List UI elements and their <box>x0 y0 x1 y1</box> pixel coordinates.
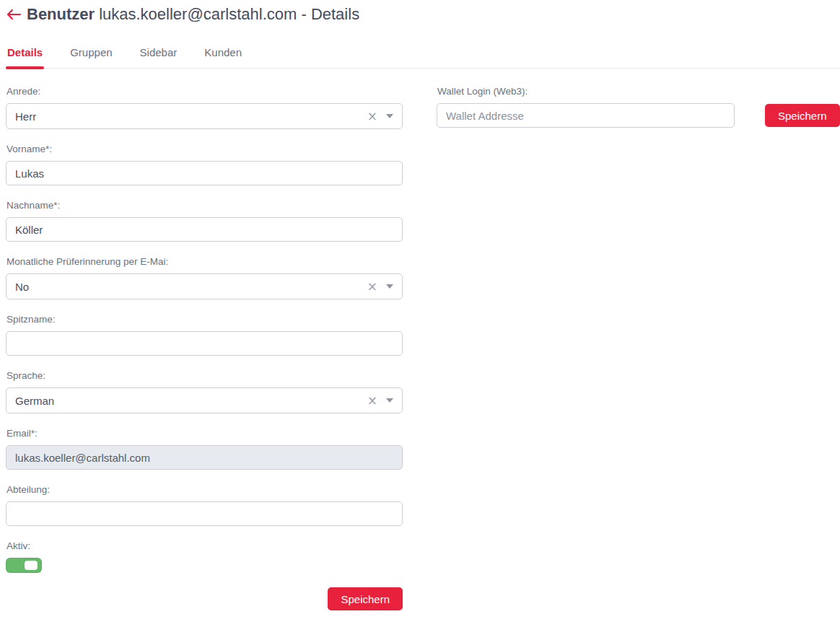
toggle-knob <box>25 561 38 570</box>
anrede-select[interactable]: Herr × <box>6 103 403 129</box>
page-title-prefix: Benutzer <box>27 5 95 23</box>
page-title: Benutzerlukas.koeller@carlstahl.com - De… <box>27 5 359 24</box>
field-nachname: Nachname*: <box>6 200 403 242</box>
field-wallet: Wallet Login (Web3): Speichern <box>437 86 840 128</box>
clear-icon[interactable]: × <box>367 395 377 407</box>
nachname-input[interactable] <box>6 217 403 242</box>
clear-icon[interactable]: × <box>367 281 377 293</box>
wallet-address-input[interactable] <box>437 103 735 128</box>
vorname-label: Vorname*: <box>6 144 403 154</box>
wallet-label: Wallet Login (Web3): <box>437 86 840 97</box>
field-anrede: Anrede: Herr × <box>6 86 403 129</box>
back-arrow-icon <box>6 8 22 21</box>
tab-gruppen[interactable]: Gruppen <box>69 40 113 68</box>
aktiv-label: Aktiv: <box>6 540 403 551</box>
chevron-down-icon[interactable] <box>386 114 393 118</box>
field-pruef-erinnerung: Monatliche Prüferinnerung per E-Mai: No … <box>6 256 403 299</box>
pruef-erinnerung-select[interactable]: No × <box>6 273 403 299</box>
field-email: Email*: <box>6 428 403 470</box>
sprache-label: Sprache: <box>6 370 403 381</box>
vorname-input[interactable] <box>6 161 403 185</box>
field-spitzname: Spitzname: <box>6 314 403 356</box>
anrede-select-value: Herr <box>15 110 36 123</box>
page-header: Benutzerlukas.koeller@carlstahl.com - De… <box>0 0 840 25</box>
right-column: Wallet Login (Web3): Speichern <box>437 86 840 142</box>
abteilung-input[interactable] <box>6 501 403 526</box>
tab-bar: Details Gruppen Sidebar Kunden <box>0 40 840 69</box>
chevron-down-icon[interactable] <box>386 398 393 403</box>
page-title-rest: lukas.koeller@carlstahl.com - Details <box>99 5 359 23</box>
field-aktiv: Aktiv: <box>6 540 403 573</box>
tab-details[interactable]: Details <box>6 40 44 68</box>
field-sprache: Sprache: German × <box>6 370 403 413</box>
sprache-select[interactable]: German × <box>6 387 403 413</box>
sprache-select-value: German <box>15 395 54 407</box>
back-button[interactable] <box>6 8 22 21</box>
spitzname-input[interactable] <box>6 331 403 356</box>
abteilung-label: Abteilung: <box>6 484 403 495</box>
chevron-down-icon[interactable] <box>386 284 393 289</box>
wallet-save-button[interactable]: Speichern <box>765 104 840 127</box>
field-vorname: Vorname*: <box>6 144 403 185</box>
save-button[interactable]: Speichern <box>328 587 403 610</box>
field-abteilung: Abteilung: <box>6 484 403 526</box>
email-label: Email*: <box>6 428 403 439</box>
anrede-label: Anrede: <box>6 86 403 97</box>
spitzname-label: Spitzname: <box>6 314 403 325</box>
aktiv-toggle[interactable] <box>6 558 42 573</box>
bottom-save-row: Speichern <box>6 587 403 610</box>
pruef-erinnerung-select-value: No <box>15 281 29 293</box>
tab-kunden[interactable]: Kunden <box>203 40 243 68</box>
clear-icon[interactable]: × <box>367 110 377 123</box>
email-input <box>6 445 403 470</box>
tab-sidebar[interactable]: Sidebar <box>139 40 179 68</box>
nachname-label: Nachname*: <box>6 200 403 211</box>
left-column: Anrede: Herr × Vorname*: Nachname*: Mona… <box>6 86 403 610</box>
details-form: Anrede: Herr × Vorname*: Nachname*: Mona… <box>0 69 840 610</box>
pruef-erinnerung-label: Monatliche Prüferinnerung per E-Mai: <box>6 256 403 267</box>
